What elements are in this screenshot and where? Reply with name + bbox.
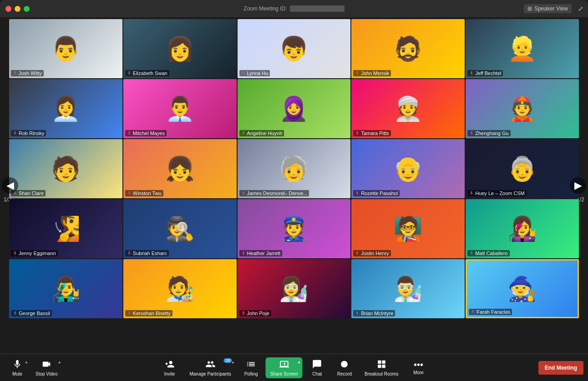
mic-status-icon [471, 310, 475, 314]
mute-caret[interactable]: ▲ [25, 360, 28, 364]
video-cell-14[interactable]: 👴Rozette Pasahol [351, 139, 465, 198]
mic-status-icon [469, 131, 474, 135]
mic-status-icon [355, 251, 360, 256]
video-cell-9[interactable]: 👳Tamara Pitts [351, 79, 465, 138]
participant-name-14: Rozette Pasahol [353, 190, 400, 196]
video-cell-3[interactable]: 👦Lynna Hu [238, 19, 351, 78]
mic-status-icon [469, 251, 474, 256]
participant-video-21: 👨‍🎤 [9, 259, 122, 318]
more-icon: ••• [414, 360, 423, 369]
participants-caret[interactable]: ▲ [231, 360, 235, 364]
participant-name-3: Lynna Hu [239, 70, 270, 76]
minimize-button[interactable] [15, 6, 20, 12]
mic-status-icon [127, 191, 132, 196]
participant-name-23: John Poje [239, 310, 271, 316]
chat-button[interactable]: Chat [304, 357, 330, 378]
end-meeting-button[interactable]: End Meeting [538, 361, 583, 375]
participant-video-7: 👨‍💼 [123, 79, 237, 138]
polling-button[interactable]: Polling [238, 357, 264, 378]
more-label: More [413, 370, 424, 375]
video-cell-20[interactable]: 👩‍🎤Matt Caballero [466, 199, 579, 258]
participant-name-11: Shari Clare [11, 190, 46, 196]
mic-status-icon [127, 131, 132, 135]
video-cell-21[interactable]: 👨‍🎤George Bassil [9, 259, 122, 318]
participant-name-16: Jenny Eggimann [11, 250, 58, 256]
video-cell-1[interactable]: 👨Josh Witty [9, 19, 122, 78]
participant-video-18: 👮 [238, 199, 351, 258]
participant-video-10: 👲 [466, 79, 579, 138]
participant-name-21: George Bassil [11, 310, 52, 316]
next-page-button[interactable]: ▶ [570, 177, 586, 194]
video-cell-8[interactable]: 🧕Angeline Huynh [238, 79, 351, 138]
participant-name-8: Angeline Huynh [239, 130, 284, 136]
participant-name-7: Mitchel Mayes [125, 130, 167, 136]
mute-button[interactable]: Mute ▲ [5, 357, 30, 378]
camera-icon [41, 359, 51, 371]
mic-status-icon [355, 191, 360, 196]
video-cell-5[interactable]: 👱Jeff Bechtel [466, 19, 579, 78]
video-cell-4[interactable]: 🧔John Mensik [351, 19, 465, 78]
main-content: ◀ 1/2 ▶ 1/2 👨Josh Witty👩Elizabeth Swan👦L… [0, 17, 588, 354]
manage-participants-label: Manage Participants [189, 371, 231, 376]
invite-label: Invite [164, 371, 175, 376]
video-cell-19[interactable]: 🧑‍🏫Justin Henry [351, 199, 465, 258]
participant-name-25: Farah Faraclas [469, 309, 512, 315]
participant-name-9: Tamara Pitts [353, 130, 390, 136]
more-button[interactable]: ••• More [406, 358, 431, 377]
share-screen-button[interactable]: Share Screen ▲ [266, 357, 303, 378]
video-grid: 👨Josh Witty👩Elizabeth Swan👦Lynna Hu🧔John… [9, 17, 579, 318]
participant-name-20: Matt Caballero [467, 250, 510, 256]
mic-status-icon [469, 71, 474, 75]
stop-video-caret[interactable]: ▲ [58, 360, 61, 364]
video-cell-13[interactable]: 🧓James Desmond– Denve... [238, 139, 351, 198]
speaker-view-button[interactable]: ⊞ Speaker View [524, 4, 572, 13]
fullscreen-icon[interactable]: ⤢ [578, 5, 583, 12]
video-cell-22[interactable]: 🧑‍🎨Kerushan Bisetty [123, 259, 237, 318]
invite-button[interactable]: Invite [157, 357, 182, 378]
breakout-rooms-button[interactable]: Breakout Rooms [359, 357, 404, 378]
participant-video-13: 🧓 [238, 139, 351, 198]
participant-video-3: 👦 [238, 19, 351, 78]
close-button[interactable] [5, 6, 11, 12]
participant-video-6: 👩‍💼 [9, 79, 122, 138]
video-cell-16[interactable]: 🧏Jenny Eggimann [9, 199, 122, 258]
participant-name-19: Justin Henry [353, 250, 390, 256]
mic-status-icon [241, 311, 246, 316]
video-cell-11[interactable]: 🧑Shari Clare [9, 139, 122, 198]
video-cell-17[interactable]: 🕵️Subriah Esharc [123, 199, 237, 258]
video-cell-2[interactable]: 👩Elizabeth Swan [123, 19, 237, 78]
share-icon [279, 359, 289, 371]
video-cell-24[interactable]: 👨‍🔬Brian McIntyre [351, 259, 465, 318]
participant-video-15: 👵 [466, 139, 579, 198]
video-cell-18[interactable]: 👮Heather Jarrett [238, 199, 351, 258]
traffic-lights [5, 6, 30, 12]
video-cell-23[interactable]: 👩‍🔬John Poje [238, 259, 351, 318]
mic-status-icon [355, 311, 360, 316]
video-cell-7[interactable]: 👨‍💼Mitchel Mayes [123, 79, 237, 138]
share-caret[interactable]: ▲ [297, 360, 301, 364]
participant-video-4: 🧔 [351, 19, 465, 78]
manage-participants-button[interactable]: Manage Participants 28 ▲ [184, 357, 236, 378]
video-cell-6[interactable]: 👩‍💼Rob Rinsky [9, 79, 122, 138]
participant-video-9: 👳 [351, 79, 465, 138]
video-cell-15[interactable]: 👵Huey Le – Zoom CSM [466, 139, 579, 198]
participant-name-22: Kerushan Bisetty [125, 310, 172, 316]
end-meeting-area: End Meeting [538, 361, 583, 375]
record-label: Record [337, 371, 352, 376]
record-icon [340, 359, 350, 371]
video-cell-12[interactable]: 👧Winston Twu [123, 139, 237, 198]
video-cell-25[interactable]: 🧙Farah Faraclas [466, 259, 579, 318]
record-button[interactable]: Record [332, 357, 357, 378]
stop-video-button[interactable]: Stop Video ▲ [30, 357, 63, 378]
fullscreen-button[interactable] [24, 6, 30, 12]
speaker-view-label: Speaker View [534, 5, 568, 12]
participant-video-11: 🧑 [9, 139, 122, 198]
video-cell-10[interactable]: 👲Zhenghang Gu [466, 79, 579, 138]
participant-name-15: Huey Le – Zoom CSM [467, 190, 527, 196]
prev-page-button[interactable]: ◀ [2, 177, 18, 194]
chat-icon [312, 359, 322, 371]
grid-icon: ⊞ [527, 5, 532, 12]
mic-status-icon [241, 71, 246, 75]
participant-name-6: Rob Rinsky [11, 130, 46, 136]
toolbar: Mute ▲ Stop Video ▲ Invite [0, 354, 588, 381]
